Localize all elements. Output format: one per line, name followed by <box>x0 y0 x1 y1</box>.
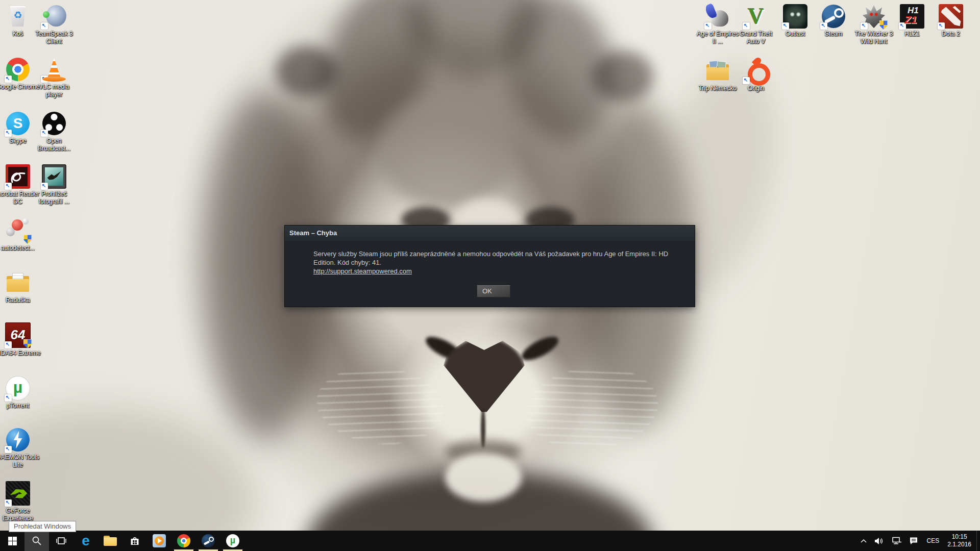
desktop-icon-label: µTorrent <box>0 402 41 410</box>
desktop-icon-obs[interactable]: Open Broadcast... <box>31 111 77 153</box>
utorrent-icon <box>226 534 239 547</box>
taskbar-file-explorer-button[interactable] <box>98 531 122 551</box>
taskbar-steam-button[interactable] <box>196 531 220 551</box>
shortcut-arrow-icon <box>5 183 12 190</box>
tray-volume-button[interactable] <box>871 531 888 551</box>
desktop-icon-aida64[interactable]: AIDA64 Extreme <box>0 322 41 357</box>
shortcut-arrow-icon <box>899 22 906 30</box>
shortcut-arrow-icon <box>41 130 48 137</box>
witcher-3-icon <box>862 4 886 29</box>
desktop-icon-photo-viewer[interactable]: Prohlížeč fotografií ... <box>31 164 77 206</box>
network-icon <box>892 537 902 545</box>
task-view-button[interactable] <box>49 531 74 551</box>
taskbar-utorrent-button[interactable] <box>220 531 245 551</box>
desktop-icon-daemon-tools[interactable]: DAEMON Tools Lite <box>0 428 41 469</box>
speaker-icon <box>874 537 885 545</box>
geforce-icon <box>6 481 30 506</box>
windows-store-icon <box>129 535 140 546</box>
desktop-icon-dota-2[interactable]: Dota 2 <box>928 4 974 38</box>
windows-logo-icon <box>8 537 17 545</box>
shortcut-arrow-icon <box>41 22 48 30</box>
obs-icon <box>42 111 66 136</box>
clock[interactable]: 10:15 2.1.2016 <box>944 533 976 548</box>
desktop-icon-vlc[interactable]: VLC media player <box>31 57 77 98</box>
shortcut-arrow-icon <box>5 76 12 83</box>
shortcut-arrow-icon <box>5 394 12 402</box>
shortcut-arrow-icon <box>743 77 750 84</box>
action-center-icon <box>909 537 918 545</box>
dialog-title: Steam – Chyba <box>285 226 695 241</box>
shortcut-arrow-icon <box>704 22 712 30</box>
show-desktop-button[interactable] <box>976 531 980 551</box>
h1z1-icon <box>900 4 924 29</box>
start-button[interactable] <box>0 531 24 551</box>
language-indicator[interactable]: CES <box>922 531 945 551</box>
autodetect-icon <box>6 218 30 243</box>
search-tooltip: Prohledat Windows <box>9 521 76 532</box>
dota-2-icon <box>939 4 963 29</box>
shortcut-arrow-icon <box>861 22 868 30</box>
desktop-icon-label: Dota 2 <box>928 30 974 38</box>
search-button[interactable] <box>24 531 49 551</box>
tray-action-center-button[interactable] <box>905 531 922 551</box>
chrome-icon <box>177 534 190 547</box>
tray-chevron-button[interactable] <box>856 531 871 551</box>
vlc-icon <box>42 57 66 82</box>
daemon-tools-icon <box>6 428 30 452</box>
photo-viewer-icon <box>42 164 66 189</box>
clock-time: 10:15 <box>947 533 971 541</box>
taskbar: e CES 10:15 2.1.2016 <box>0 531 980 551</box>
taskbar-media-player-button[interactable] <box>147 531 172 551</box>
utorrent-icon <box>6 376 30 400</box>
desktop-icon-teamspeak[interactable]: TeamSpeak 3 Client <box>31 4 77 45</box>
shortcut-arrow-icon <box>5 341 12 348</box>
desktop-icon-label: Open Broadcast... <box>31 137 77 153</box>
teamspeak-icon <box>42 4 66 29</box>
desktop-icon-origin[interactable]: Origin <box>733 59 779 92</box>
desktop-icon-autodetect[interactable]: autodetect... <box>0 218 41 252</box>
taskbar-edge-button[interactable]: e <box>74 531 98 551</box>
shortcut-arrow-icon <box>5 130 12 137</box>
ok-button[interactable]: OK <box>477 285 510 297</box>
system-tray: CES 10:15 2.1.2016 <box>856 531 980 551</box>
chevron-up-icon <box>860 539 867 543</box>
support-link[interactable]: http://support.steampowered.com <box>313 267 412 275</box>
acrobat-icon <box>6 164 30 189</box>
origin-icon <box>744 59 768 83</box>
desktop-icon-label: GeForce Experience <box>0 507 41 522</box>
shortcut-arrow-icon <box>41 76 48 83</box>
aida64-icon <box>5 322 31 348</box>
folder-icon <box>705 59 730 83</box>
desktop-icon-label: autodetect... <box>0 244 41 252</box>
shortcut-arrow-icon <box>820 22 827 30</box>
desktop-icon-utorrent[interactable]: µTorrent <box>0 376 41 410</box>
uac-shield-icon <box>879 20 888 30</box>
shortcut-arrow-icon <box>782 22 789 30</box>
uac-shield-icon <box>23 235 32 244</box>
clock-date: 2.1.2016 <box>947 541 971 548</box>
search-icon <box>32 536 42 546</box>
shortcut-arrow-icon <box>5 499 12 507</box>
steam-error-dialog: Steam – Chyba Servery služby Steam jsou … <box>284 225 695 307</box>
desktop-icon-geforce[interactable]: GeForce Experience <box>0 481 41 522</box>
tray-network-button[interactable] <box>888 531 905 551</box>
task-view-icon <box>55 536 67 545</box>
shortcut-arrow-icon <box>938 22 945 30</box>
desktop-icon-steam[interactable]: Steam <box>811 4 856 38</box>
outlast-icon <box>783 4 807 29</box>
steam-icon <box>821 4 846 29</box>
media-player-icon <box>153 534 166 547</box>
taskbar-store-button[interactable] <box>122 531 147 551</box>
dialog-message: Servery služby Steam jsou příliš zaneprá… <box>313 249 687 267</box>
shortcut-arrow-icon <box>5 446 12 453</box>
file-explorer-icon <box>104 536 117 546</box>
desktop-icon-label: Origin <box>733 85 779 92</box>
uac-shield-icon <box>23 339 32 348</box>
desktop-icon-label: DAEMON Tools Lite <box>0 454 41 469</box>
taskbar-chrome-button[interactable] <box>172 531 196 551</box>
shortcut-arrow-icon <box>41 183 48 190</box>
desktop-icon-label: Raduška <box>0 296 41 304</box>
desktop-icon-raduska-folder[interactable]: Raduška <box>0 270 41 304</box>
edge-icon: e <box>82 534 90 548</box>
desktop-icon-label: AIDA64 Extreme <box>0 349 41 357</box>
